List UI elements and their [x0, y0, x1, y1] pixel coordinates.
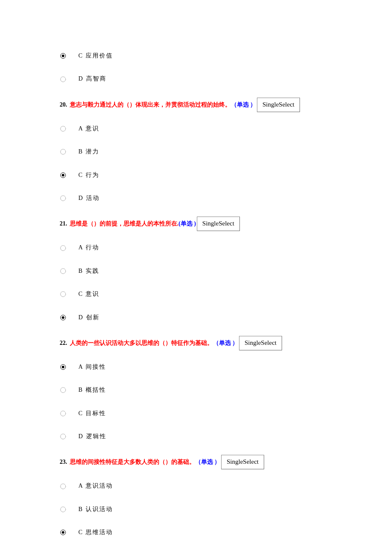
question-type-label: (单选 ) — [179, 219, 196, 228]
option-row: D 创新 — [60, 313, 332, 322]
svg-point-16 — [61, 411, 66, 416]
radio-unchecked-icon[interactable] — [60, 387, 66, 393]
question-type-label: （单选 ） — [213, 338, 239, 348]
option-row: A 行动 — [60, 243, 332, 252]
option-row: B 实践 — [60, 266, 332, 276]
radio-checked-icon[interactable] — [60, 364, 66, 370]
single-select-badge: SingleSelect — [221, 455, 264, 469]
option-row: B 潜力 — [60, 147, 332, 156]
svg-point-8 — [61, 246, 66, 251]
single-select-badge: SingleSelect — [197, 217, 240, 231]
radio-unchecked-icon[interactable] — [60, 125, 66, 132]
option-label: B 潜力 — [78, 147, 99, 156]
option-row: C 意识 — [60, 289, 332, 299]
option-label: C 应用价值 — [78, 51, 113, 61]
svg-point-12 — [62, 316, 64, 319]
question-text: 思维的间接性特征是大多数人类的（）的基础。 — [70, 457, 195, 467]
radio-unchecked-icon[interactable] — [60, 506, 66, 513]
question-type-label: （单选 ） — [195, 457, 221, 467]
svg-point-18 — [61, 484, 66, 489]
option-row: B 概括性 — [60, 385, 332, 395]
option-row: C 行为 — [60, 171, 332, 180]
option-row: C 目标性 — [60, 409, 332, 418]
radio-checked-icon[interactable] — [60, 529, 66, 536]
question-text: 意志与毅力通过人的（）体现出来，并贯彻活动过程的始终。 — [70, 100, 231, 110]
option-label: D 创新 — [78, 313, 100, 322]
question-number: 22. — [60, 338, 67, 348]
option-row: B 认识活动 — [60, 505, 332, 514]
option-row: D 高智商 — [60, 74, 332, 84]
single-select-badge: SingleSelect — [239, 336, 282, 350]
svg-point-6 — [62, 174, 64, 176]
option-label: B 实践 — [78, 266, 99, 276]
option-label: A 意识 — [78, 124, 99, 133]
svg-point-19 — [61, 507, 66, 512]
option-label: B 认识活动 — [78, 505, 113, 514]
question-type-label: （单选 ） — [231, 100, 257, 110]
option-label: C 目标性 — [78, 409, 106, 418]
quiz-content: C 应用价值D 高智商20.意志与毅力通过人的（）体现出来，并贯彻活动过程的始终… — [60, 51, 332, 538]
option-row: A 意识 — [60, 124, 332, 133]
option-label: C 意识 — [78, 289, 99, 299]
question-text: 思维是（）的前提，思维是人的本性所在. — [70, 219, 179, 228]
radio-checked-icon[interactable] — [60, 52, 66, 59]
option-row: C 思维活动 — [60, 528, 332, 537]
question-header: 20.意志与毅力通过人的（）体现出来，并贯彻活动过程的始终。（单选 ）Singl… — [60, 98, 332, 112]
option-label: A 间接性 — [78, 362, 106, 372]
question-text: 人类的一些认识活动大多以思维的（）特征作为基础。 — [70, 338, 213, 348]
option-label: D 活动 — [78, 194, 100, 203]
question-header: 23.思维的间接性特征是大多数人类的（）的基础。（单选 ）SingleSelec… — [60, 455, 332, 469]
question-header: 21.思维是（）的前提，思维是人的本性所在.(单选 )SingleSelect — [60, 217, 332, 231]
question-number: 20. — [60, 100, 67, 110]
option-row: C 应用价值 — [60, 51, 332, 61]
radio-unchecked-icon[interactable] — [60, 291, 66, 298]
option-row: A 间接性 — [60, 362, 332, 372]
svg-point-1 — [62, 55, 64, 57]
svg-point-14 — [62, 366, 64, 368]
option-label: D 逻辑性 — [78, 432, 107, 441]
option-label: D 高智商 — [78, 74, 107, 84]
svg-point-3 — [61, 126, 66, 131]
option-row: A 意识活动 — [60, 481, 332, 491]
radio-unchecked-icon[interactable] — [60, 195, 66, 202]
question-header: 22.人类的一些认识活动大多以思维的（）特征作为基础。（单选 ）SingleSe… — [60, 336, 332, 350]
option-row: D 逻辑性 — [60, 432, 332, 441]
option-label: A 行动 — [78, 243, 99, 252]
radio-unchecked-icon[interactable] — [60, 433, 66, 440]
radio-unchecked-icon[interactable] — [60, 268, 66, 275]
radio-checked-icon[interactable] — [60, 172, 66, 179]
svg-point-4 — [61, 149, 66, 154]
svg-point-2 — [61, 77, 66, 82]
radio-unchecked-icon[interactable] — [60, 148, 66, 155]
question-number: 23. — [60, 457, 67, 467]
svg-point-15 — [61, 387, 66, 393]
radio-unchecked-icon[interactable] — [60, 483, 66, 490]
option-label: C 思维活动 — [78, 528, 113, 537]
option-label: C 行为 — [78, 171, 99, 180]
option-label: A 意识活动 — [78, 481, 113, 491]
option-row: D 活动 — [60, 194, 332, 203]
question-number: 21. — [60, 219, 67, 228]
svg-point-21 — [62, 531, 64, 534]
radio-unchecked-icon[interactable] — [60, 245, 66, 251]
radio-checked-icon[interactable] — [60, 314, 66, 321]
option-label: B 概括性 — [78, 385, 106, 395]
svg-point-9 — [61, 269, 66, 274]
svg-point-10 — [61, 292, 66, 297]
single-select-badge: SingleSelect — [257, 98, 300, 112]
svg-point-17 — [61, 434, 66, 439]
radio-unchecked-icon[interactable] — [60, 410, 66, 417]
radio-unchecked-icon[interactable] — [60, 76, 66, 83]
svg-point-7 — [61, 196, 66, 201]
